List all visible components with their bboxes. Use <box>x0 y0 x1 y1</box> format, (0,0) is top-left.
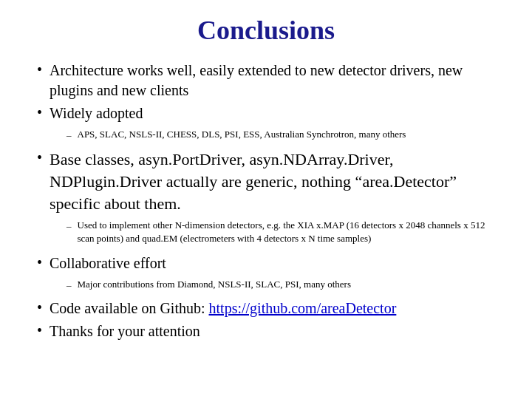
bullet-thanks-text: Thanks for your attention <box>50 321 200 341</box>
bullet-dot-3: • <box>37 149 42 166</box>
slide: Conclusions • Architecture works well, e… <box>0 0 532 399</box>
bullet-dot-6: • <box>37 322 42 339</box>
bullet-dot-1: • <box>37 61 42 78</box>
sub-dash-3: – <box>66 279 72 291</box>
bullet-architecture-text: Architecture works well, easily extended… <box>50 61 495 100</box>
bullet-architecture: • Architecture works well, easily extend… <box>37 61 495 100</box>
slide-title: Conclusions <box>37 15 495 49</box>
bullet-widely-adopted-text: Widely adopted <box>50 103 143 123</box>
bullet-widely-adopted: • Widely adopted <box>37 103 495 123</box>
bullet-base-classes-text: Base classes, asyn.PortDriver, asyn.NDAr… <box>50 149 495 214</box>
sub-dash-2: – <box>66 220 72 232</box>
bullet-base-classes: • Base classes, asyn.PortDriver, asyn.ND… <box>37 149 495 214</box>
sub-collaborative: – Major contributions from Diamond, NSLS… <box>66 278 495 291</box>
sub-widely-adopted-text: APS, SLAC, NSLS-II, CHESS, DLS, PSI, ESS… <box>78 128 406 141</box>
bullet-code-text: Code available on Github: https://github… <box>50 299 396 318</box>
bullet-dot-4: • <box>37 254 42 271</box>
slide-content: • Architecture works well, easily extend… <box>37 61 495 384</box>
sub-widely-adopted: – APS, SLAC, NSLS-II, CHESS, DLS, PSI, E… <box>66 128 495 141</box>
sub-base-classes: – Used to implement other N-dimension de… <box>66 219 495 245</box>
bullet-thanks: • Thanks for your attention <box>37 321 495 341</box>
sub-collaborative-text: Major contributions from Diamond, NSLS-I… <box>78 278 351 291</box>
sub-dash-1: – <box>66 129 72 141</box>
bullet-collaborative: • Collaborative effort <box>37 253 495 273</box>
bullet-collaborative-text: Collaborative effort <box>50 253 166 273</box>
sub-base-classes-text: Used to implement other N-dimension dete… <box>78 219 496 245</box>
bullet-code: • Code available on Github: https://gith… <box>37 299 495 318</box>
bullet-dot-5: • <box>37 299 42 316</box>
bullet-dot-2: • <box>37 104 42 121</box>
github-link[interactable]: https://github.com/areaDetector <box>209 300 397 316</box>
